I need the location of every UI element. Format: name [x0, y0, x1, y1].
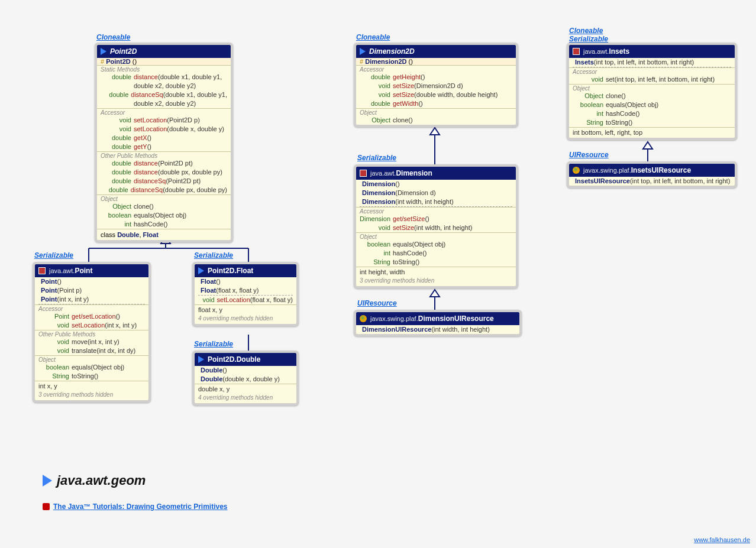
protected-ctor: # Point2D ()	[97, 58, 231, 65]
gear-icon	[360, 315, 367, 322]
package-title: java.awt.geom	[43, 473, 146, 488]
label-serializable-pd: Serializable	[194, 340, 233, 348]
class-insetsuiresource: javax.swing.plaf.InsetsUIResource Insets…	[567, 161, 737, 188]
class-point: java.awt.Point Point ()Point (Point p)Po…	[33, 262, 151, 403]
label-cloneable-3: Cloneable	[569, 27, 603, 35]
class-icon	[38, 267, 46, 274]
play-icon	[198, 267, 204, 274]
oracle-icon	[43, 503, 50, 510]
inner-classes: class Double, Float	[97, 229, 231, 240]
tutorials-link[interactable]: The Java™ Tutorials: Drawing Geometric P…	[53, 502, 228, 511]
label-serializable-d: Serializable	[357, 154, 396, 162]
class-point2d-float: Point2D.Float Float ()Float (float x, fl…	[192, 262, 299, 326]
class-icon	[360, 170, 367, 177]
svg-marker-9	[430, 128, 440, 135]
class-dimension: java.awt.Dimension Dimension ()Dimension…	[354, 164, 518, 288]
class-point2d-double: Point2D.Double Double ()Double (double x…	[192, 351, 299, 406]
label-serializable-p: Serializable	[34, 251, 73, 260]
label-uiresource-d: UIResource	[357, 299, 397, 307]
svg-marker-13	[643, 142, 652, 149]
play-icon	[43, 475, 52, 487]
class-insets: java.awt.Insets Insets (int top, int lef…	[567, 43, 737, 140]
class-title: Point2D	[97, 45, 231, 58]
svg-marker-11	[430, 290, 440, 297]
gear-icon	[573, 167, 580, 174]
footer-link[interactable]: The Java™ Tutorials: Drawing Geometric P…	[43, 502, 228, 511]
label-cloneable-2: Cloneable	[356, 33, 390, 41]
label-uiresource-i: UIResource	[569, 151, 609, 159]
class-dimensionuiresource: javax.swing.plaf.DimensionUIResource Dim…	[354, 310, 522, 336]
play-icon	[198, 356, 204, 363]
label-serializable-3: Serializable	[569, 35, 608, 43]
class-icon	[573, 48, 580, 55]
abstract-icon	[360, 48, 366, 55]
label-serializable-pf: Serializable	[194, 251, 233, 260]
class-dimension2d: Dimension2D # Dimension2D () Accessor do…	[354, 43, 518, 127]
class-point2d: Point2D # Point2D () Static Methods doub…	[95, 43, 233, 242]
abstract-icon	[101, 48, 106, 55]
watermark-link[interactable]: www.falkhausen.de	[694, 536, 750, 543]
label-cloneable: Cloneable	[96, 33, 130, 41]
